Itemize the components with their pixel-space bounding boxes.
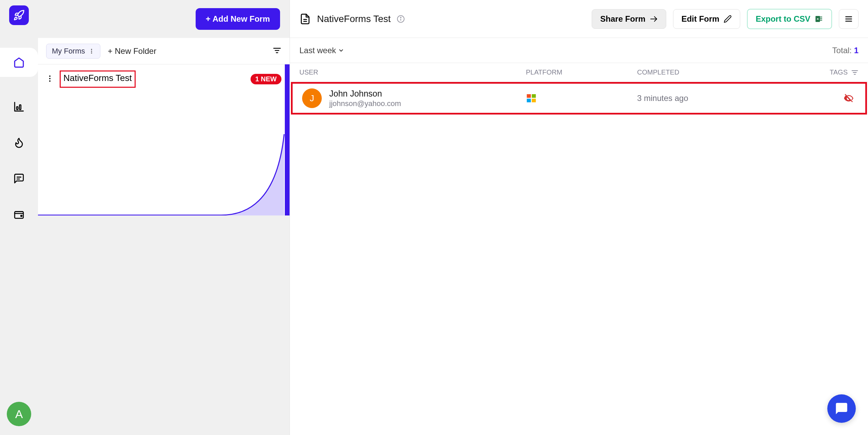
svg-point-8 — [91, 52, 92, 53]
edit-form-label: Edit Form — [682, 14, 719, 24]
total-label: Total: — [832, 46, 854, 55]
svg-rect-35 — [532, 99, 536, 102]
column-tags-label: TAGS — [830, 68, 848, 76]
rocket-icon — [13, 9, 25, 21]
form-item-title: NativeForms Test — [60, 70, 136, 88]
forms-panel-header: + Add New Form — [38, 0, 290, 38]
date-range-label: Last week — [299, 46, 336, 55]
chevron-down-icon — [338, 47, 344, 54]
forms-panel: + Add New Form My Forms + New Folder Nat… — [38, 0, 290, 435]
nav-analytics[interactable] — [13, 101, 25, 113]
responses-table-headers: USER PLATFORM COMPLETED TAGS — [290, 63, 868, 82]
menu-icon — [844, 15, 853, 23]
response-user-name: John Johnson — [329, 89, 401, 99]
chat-support-button[interactable] — [827, 394, 856, 423]
filter-icon — [273, 46, 281, 55]
more-menu-button[interactable] — [839, 9, 859, 29]
column-tags: TAGS — [828, 68, 859, 76]
responses-table-body: J John Johnson jjohnson@yahoo.com 3 minu… — [290, 82, 868, 115]
windows-icon — [526, 93, 537, 104]
forms-panel-subbar: My Forms + New Folder — [38, 38, 290, 64]
new-responses-badge: 1 NEW — [251, 74, 281, 84]
icon-sidebar: A — [0, 0, 38, 435]
svg-rect-23 — [820, 16, 822, 17]
svg-rect-1 — [19, 105, 21, 109]
flame-icon — [13, 137, 25, 148]
nav-home[interactable] — [0, 48, 38, 77]
svg-point-5 — [21, 215, 22, 216]
more-vertical-icon — [46, 75, 54, 82]
analytics-icon — [13, 101, 25, 112]
form-list: NativeForms Test 1 NEW — [38, 64, 290, 215]
svg-rect-33 — [532, 94, 536, 98]
response-tags-cell — [828, 93, 856, 103]
pencil-icon — [724, 15, 732, 23]
app-logo[interactable] — [9, 5, 29, 25]
svg-point-19 — [400, 17, 401, 18]
form-title: NativeForms Test — [317, 14, 391, 24]
hidden-icon[interactable] — [844, 93, 854, 103]
form-document-icon — [299, 13, 311, 25]
share-form-button[interactable]: Share Form — [592, 9, 666, 29]
filter-icon[interactable] — [851, 69, 859, 76]
export-csv-button[interactable]: Export to CSV X — [747, 9, 832, 29]
response-platform-cell — [526, 93, 637, 104]
column-completed: COMPLETED — [637, 68, 828, 76]
svg-point-13 — [49, 78, 51, 79]
selected-form-indicator — [285, 64, 290, 215]
nav-icons — [0, 48, 38, 221]
form-activity-chart — [38, 127, 290, 215]
share-form-label: Share Form — [600, 14, 645, 24]
column-user: USER — [299, 68, 526, 76]
my-forms-filter[interactable]: My Forms — [46, 44, 100, 59]
nav-wallet[interactable] — [13, 208, 25, 221]
message-icon — [13, 173, 25, 184]
add-new-form-button[interactable]: + Add New Form — [196, 8, 280, 30]
total-count: 1 — [854, 46, 859, 55]
nav-activity[interactable] — [13, 137, 25, 149]
response-user-email: jjohnson@yahoo.com — [329, 99, 401, 108]
new-folder-button[interactable]: + New Folder — [108, 46, 156, 56]
svg-rect-34 — [527, 99, 531, 102]
svg-rect-0 — [17, 107, 18, 110]
filter-button[interactable] — [273, 46, 281, 56]
send-icon — [650, 15, 658, 23]
svg-point-7 — [91, 50, 92, 51]
form-item-more[interactable] — [46, 75, 54, 84]
chat-icon — [835, 402, 848, 415]
total-responses: Total: 1 — [832, 46, 859, 55]
export-csv-label: Export to CSV — [756, 14, 810, 24]
response-avatar: J — [302, 88, 322, 108]
svg-text:X: X — [816, 17, 819, 21]
response-user-cell: J John Johnson jjohnson@yahoo.com — [302, 88, 526, 108]
home-icon — [13, 57, 25, 68]
info-icon[interactable] — [397, 15, 405, 23]
svg-rect-24 — [820, 18, 822, 19]
svg-rect-32 — [527, 94, 531, 98]
user-avatar[interactable]: A — [7, 402, 31, 426]
my-forms-label: My Forms — [52, 47, 85, 56]
edit-form-button[interactable]: Edit Form — [673, 9, 740, 29]
form-list-item[interactable]: NativeForms Test 1 NEW — [38, 64, 290, 215]
response-completed-cell: 3 minutes ago — [637, 94, 828, 103]
nav-messages[interactable] — [13, 172, 25, 185]
wallet-icon — [13, 209, 25, 220]
main-header: NativeForms Test Share Form Edit Form Ex… — [290, 0, 868, 38]
column-platform: PLATFORM — [526, 68, 637, 76]
svg-rect-4 — [15, 212, 23, 219]
svg-rect-25 — [820, 20, 822, 21]
responses-subheader: Last week Total: 1 — [290, 38, 868, 63]
response-row[interactable]: J John Johnson jjohnson@yahoo.com 3 minu… — [291, 82, 867, 115]
svg-point-6 — [91, 49, 92, 50]
svg-point-14 — [49, 80, 51, 82]
svg-point-12 — [49, 75, 51, 77]
main-panel: NativeForms Test Share Form Edit Form Ex… — [290, 0, 868, 435]
excel-icon: X — [814, 15, 823, 23]
date-range-filter[interactable]: Last week — [299, 46, 344, 55]
more-vertical-icon — [88, 48, 95, 54]
